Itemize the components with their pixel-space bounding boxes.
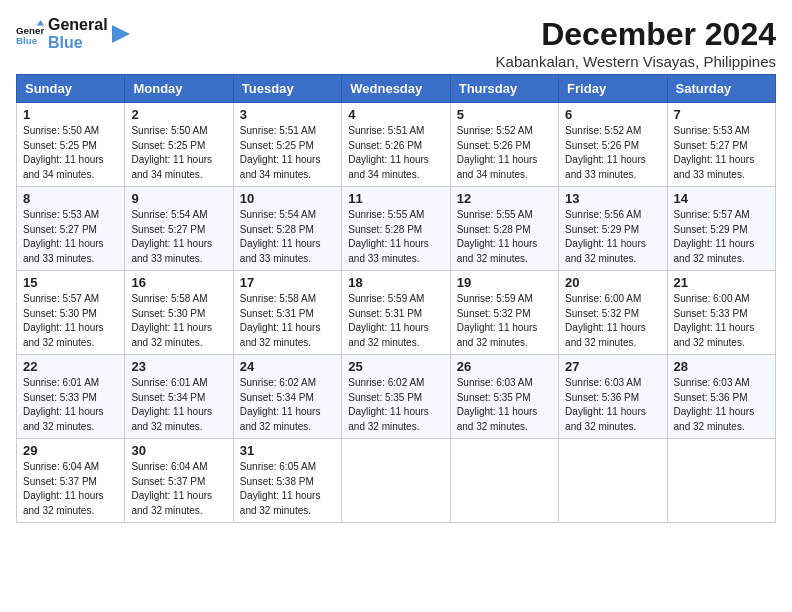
day-info: Sunrise: 6:02 AMSunset: 5:34 PMDaylight:… [240,376,335,434]
day-info: Sunrise: 5:58 AMSunset: 5:30 PMDaylight:… [131,292,226,350]
page-header: General Blue General Blue December 2024 … [16,16,776,70]
calendar-cell: 9Sunrise: 5:54 AMSunset: 5:27 PMDaylight… [125,187,233,271]
day-number: 1 [23,107,118,122]
day-number: 25 [348,359,443,374]
day-info: Sunrise: 5:51 AMSunset: 5:25 PMDaylight:… [240,124,335,182]
day-info: Sunrise: 5:50 AMSunset: 5:25 PMDaylight:… [23,124,118,182]
calendar-header-row: SundayMondayTuesdayWednesdayThursdayFrid… [17,75,776,103]
day-number: 5 [457,107,552,122]
calendar-cell: 5Sunrise: 5:52 AMSunset: 5:26 PMDaylight… [450,103,558,187]
svg-text:Blue: Blue [16,34,38,45]
calendar-cell: 27Sunrise: 6:03 AMSunset: 5:36 PMDayligh… [559,355,667,439]
day-info: Sunrise: 6:01 AMSunset: 5:34 PMDaylight:… [131,376,226,434]
day-number: 30 [131,443,226,458]
day-info: Sunrise: 6:00 AMSunset: 5:33 PMDaylight:… [674,292,769,350]
day-number: 3 [240,107,335,122]
header-monday: Monday [125,75,233,103]
calendar-cell [342,439,450,523]
logo-arrow-icon [112,25,130,43]
day-number: 19 [457,275,552,290]
day-number: 12 [457,191,552,206]
logo-general: General [48,16,108,34]
calendar-cell [450,439,558,523]
calendar-cell: 14Sunrise: 5:57 AMSunset: 5:29 PMDayligh… [667,187,775,271]
calendar-cell: 17Sunrise: 5:58 AMSunset: 5:31 PMDayligh… [233,271,341,355]
day-info: Sunrise: 5:58 AMSunset: 5:31 PMDaylight:… [240,292,335,350]
month-title: December 2024 [496,16,776,53]
calendar-cell: 23Sunrise: 6:01 AMSunset: 5:34 PMDayligh… [125,355,233,439]
day-info: Sunrise: 5:50 AMSunset: 5:25 PMDaylight:… [131,124,226,182]
day-number: 13 [565,191,660,206]
location-title: Kabankalan, Western Visayas, Philippines [496,53,776,70]
day-number: 22 [23,359,118,374]
calendar-cell: 7Sunrise: 5:53 AMSunset: 5:27 PMDaylight… [667,103,775,187]
day-info: Sunrise: 6:04 AMSunset: 5:37 PMDaylight:… [23,460,118,518]
day-number: 18 [348,275,443,290]
header-saturday: Saturday [667,75,775,103]
header-friday: Friday [559,75,667,103]
day-info: Sunrise: 6:03 AMSunset: 5:36 PMDaylight:… [674,376,769,434]
calendar-table: SundayMondayTuesdayWednesdayThursdayFrid… [16,74,776,523]
day-number: 14 [674,191,769,206]
day-number: 26 [457,359,552,374]
day-info: Sunrise: 6:02 AMSunset: 5:35 PMDaylight:… [348,376,443,434]
calendar-cell: 29Sunrise: 6:04 AMSunset: 5:37 PMDayligh… [17,439,125,523]
logo-blue: Blue [48,34,108,52]
day-info: Sunrise: 5:56 AMSunset: 5:29 PMDaylight:… [565,208,660,266]
day-info: Sunrise: 5:57 AMSunset: 5:30 PMDaylight:… [23,292,118,350]
day-info: Sunrise: 5:54 AMSunset: 5:28 PMDaylight:… [240,208,335,266]
day-info: Sunrise: 5:54 AMSunset: 5:27 PMDaylight:… [131,208,226,266]
day-number: 7 [674,107,769,122]
logo-icon: General Blue [16,20,44,48]
day-info: Sunrise: 5:51 AMSunset: 5:26 PMDaylight:… [348,124,443,182]
day-number: 20 [565,275,660,290]
day-info: Sunrise: 5:52 AMSunset: 5:26 PMDaylight:… [565,124,660,182]
day-info: Sunrise: 5:57 AMSunset: 5:29 PMDaylight:… [674,208,769,266]
day-number: 10 [240,191,335,206]
day-info: Sunrise: 5:59 AMSunset: 5:32 PMDaylight:… [457,292,552,350]
calendar-cell: 26Sunrise: 6:03 AMSunset: 5:35 PMDayligh… [450,355,558,439]
calendar-cell: 21Sunrise: 6:00 AMSunset: 5:33 PMDayligh… [667,271,775,355]
day-number: 15 [23,275,118,290]
svg-marker-3 [112,25,130,43]
header-sunday: Sunday [17,75,125,103]
day-info: Sunrise: 5:53 AMSunset: 5:27 PMDaylight:… [23,208,118,266]
day-number: 23 [131,359,226,374]
calendar-cell: 3Sunrise: 5:51 AMSunset: 5:25 PMDaylight… [233,103,341,187]
calendar-cell: 11Sunrise: 5:55 AMSunset: 5:28 PMDayligh… [342,187,450,271]
day-number: 21 [674,275,769,290]
calendar-cell: 12Sunrise: 5:55 AMSunset: 5:28 PMDayligh… [450,187,558,271]
day-number: 9 [131,191,226,206]
calendar-cell: 2Sunrise: 5:50 AMSunset: 5:25 PMDaylight… [125,103,233,187]
day-number: 8 [23,191,118,206]
calendar-cell: 24Sunrise: 6:02 AMSunset: 5:34 PMDayligh… [233,355,341,439]
calendar-cell: 18Sunrise: 5:59 AMSunset: 5:31 PMDayligh… [342,271,450,355]
day-number: 29 [23,443,118,458]
day-number: 27 [565,359,660,374]
day-info: Sunrise: 5:55 AMSunset: 5:28 PMDaylight:… [348,208,443,266]
calendar-cell [667,439,775,523]
day-number: 4 [348,107,443,122]
day-number: 2 [131,107,226,122]
calendar-cell: 10Sunrise: 5:54 AMSunset: 5:28 PMDayligh… [233,187,341,271]
calendar-cell: 22Sunrise: 6:01 AMSunset: 5:33 PMDayligh… [17,355,125,439]
day-number: 11 [348,191,443,206]
calendar-week-row: 29Sunrise: 6:04 AMSunset: 5:37 PMDayligh… [17,439,776,523]
day-info: Sunrise: 5:59 AMSunset: 5:31 PMDaylight:… [348,292,443,350]
calendar-cell: 8Sunrise: 5:53 AMSunset: 5:27 PMDaylight… [17,187,125,271]
calendar-cell [559,439,667,523]
calendar-week-row: 15Sunrise: 5:57 AMSunset: 5:30 PMDayligh… [17,271,776,355]
calendar-cell: 31Sunrise: 6:05 AMSunset: 5:38 PMDayligh… [233,439,341,523]
day-info: Sunrise: 6:01 AMSunset: 5:33 PMDaylight:… [23,376,118,434]
day-number: 31 [240,443,335,458]
day-number: 24 [240,359,335,374]
day-number: 6 [565,107,660,122]
calendar-cell: 30Sunrise: 6:04 AMSunset: 5:37 PMDayligh… [125,439,233,523]
day-info: Sunrise: 5:52 AMSunset: 5:26 PMDaylight:… [457,124,552,182]
header-wednesday: Wednesday [342,75,450,103]
day-info: Sunrise: 6:04 AMSunset: 5:37 PMDaylight:… [131,460,226,518]
calendar-cell: 25Sunrise: 6:02 AMSunset: 5:35 PMDayligh… [342,355,450,439]
calendar-cell: 20Sunrise: 6:00 AMSunset: 5:32 PMDayligh… [559,271,667,355]
day-info: Sunrise: 5:53 AMSunset: 5:27 PMDaylight:… [674,124,769,182]
calendar-week-row: 22Sunrise: 6:01 AMSunset: 5:33 PMDayligh… [17,355,776,439]
